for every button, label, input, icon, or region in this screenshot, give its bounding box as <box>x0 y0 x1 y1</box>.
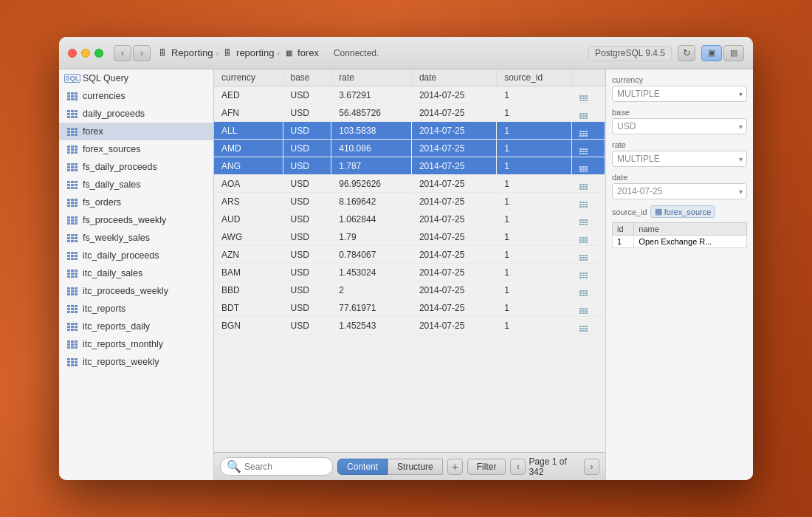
maximize-button[interactable] <box>94 49 103 58</box>
close-button[interactable] <box>68 49 77 58</box>
filter-select-currency[interactable]: MULTIPLE <box>612 86 747 102</box>
sidebar-item-fs-daily-proceeds[interactable]: fs_daily_proceeds <box>59 158 213 176</box>
sidebar-item-itc-daily-proceeds[interactable]: itc_daily_proceeds <box>59 247 213 264</box>
pg-version-badge: PostgreSQL 9.4.5 <box>588 46 672 61</box>
source-id-table-tag[interactable]: ▦forex_source <box>650 205 716 218</box>
table-row[interactable]: BDTUSD77.619712014-07-251 <box>214 299 605 317</box>
sidebar-item-itc-reports-weekly[interactable]: itc_reports_weekly <box>59 353 213 371</box>
mini-cell-id: 1 <box>613 236 634 248</box>
table-row[interactable]: ALLUSD103.58382014-07-251 <box>214 122 605 140</box>
filter-button[interactable]: Filter <box>467 459 506 475</box>
sidebar-item-fs-weekly-sales[interactable]: fs_weekly_sales <box>59 229 213 247</box>
sidebar-item-fs-orders[interactable]: fs_orders <box>59 194 213 211</box>
expand-icon[interactable] <box>579 95 588 101</box>
cell-icon[interactable] <box>572 299 605 317</box>
prev-page-button[interactable]: ‹ <box>510 459 526 475</box>
table-row[interactable]: AZNUSD0.7840672014-07-251 <box>214 246 605 264</box>
sidebar-item-fs-proceeds-weekly[interactable]: fs_proceeds_weekly <box>59 211 213 229</box>
table-row[interactable]: AOAUSD96.9526262014-07-251 <box>214 175 605 193</box>
expand-icon[interactable] <box>579 290 588 296</box>
view-button-1[interactable]: ▣ <box>701 45 722 61</box>
source-id-label: source_id <box>612 208 647 216</box>
expand-icon[interactable] <box>579 273 588 278</box>
add-button[interactable]: + <box>447 459 463 475</box>
sidebar-item-itc-proceeds-weekly[interactable]: itc_proceeds_weekly <box>59 282 213 300</box>
breadcrumb-schema[interactable]: 🗄 reporting <box>221 47 274 59</box>
tab-structure[interactable]: Structure <box>388 459 443 475</box>
minimize-button[interactable] <box>81 49 90 58</box>
next-page-button[interactable]: › <box>584 459 599 475</box>
search-input[interactable] <box>244 462 326 472</box>
sidebar-item-currencies[interactable]: currencies <box>59 87 213 105</box>
cell-icon[interactable] <box>572 122 605 140</box>
cell-icon[interactable] <box>572 86 605 104</box>
view-button-2[interactable]: ▤ <box>723 45 744 61</box>
cell-icon[interactable] <box>572 264 605 281</box>
cell-source_id: 1 <box>497 210 572 228</box>
cell-icon[interactable] <box>572 140 605 157</box>
cell-icon[interactable] <box>572 317 605 335</box>
expand-icon[interactable] <box>579 308 588 314</box>
expand-icon[interactable] <box>579 219 588 225</box>
cell-currency: BBD <box>214 281 283 299</box>
table-row[interactable]: BGNUSD1.4525432014-07-251 <box>214 317 605 335</box>
bottom-toolbar: 🔍 Content Structure + Filter ‹ Page 1 of… <box>214 452 605 480</box>
cell-icon[interactable] <box>572 228 605 246</box>
table-row[interactable]: AUDUSD1.0628442014-07-251 <box>214 210 605 228</box>
schema-icon: 🗄 <box>221 47 233 59</box>
expand-icon[interactable] <box>579 166 588 172</box>
expand-icon[interactable] <box>579 131 588 137</box>
table-row[interactable]: AMDUSD410.0862014-07-251 <box>214 140 605 157</box>
sidebar-item-itc-daily-sales[interactable]: itc_daily_sales <box>59 264 213 282</box>
table-row[interactable]: AEDUSD3.672912014-07-251 <box>214 86 605 104</box>
sidebar-item-itc-reports-monthly[interactable]: itc_reports_monthly <box>59 335 213 353</box>
cell-icon[interactable] <box>572 104 605 122</box>
table-row[interactable]: BAMUSD1.4530242014-07-251 <box>214 264 605 281</box>
back-button[interactable]: ‹ <box>114 45 131 61</box>
filter-select-rate[interactable]: MULTIPLE <box>612 151 747 167</box>
right-panel: currencyMULTIPLEbaseUSDrateMULTIPLEdate2… <box>605 69 753 480</box>
tab-content[interactable]: Content <box>337 459 388 475</box>
filter-select-base[interactable]: USD <box>612 118 747 134</box>
refresh-button[interactable]: ↻ <box>678 45 695 61</box>
search-box[interactable]: 🔍 <box>220 457 333 476</box>
expand-icon[interactable] <box>579 237 588 243</box>
breadcrumb-table[interactable]: ▦ forex <box>283 47 319 59</box>
sidebar-item-label: currencies <box>83 91 125 101</box>
table-row[interactable]: AWGUSD1.792014-07-251 <box>214 228 605 246</box>
expand-icon[interactable] <box>579 184 588 190</box>
expand-icon[interactable] <box>579 326 588 332</box>
cell-icon[interactable] <box>572 157 605 175</box>
cell-icon[interactable] <box>572 246 605 264</box>
cell-currency: AED <box>214 86 283 104</box>
sidebar-item-itc-reports-daily[interactable]: itc_reports_daily <box>59 318 213 335</box>
sidebar-item-fs-daily-sales[interactable]: fs_daily_sales <box>59 176 213 194</box>
sidebar-item-forex[interactable]: forex <box>59 123 213 140</box>
page-navigation: ‹ Page 1 of 342 › <box>510 456 599 477</box>
cell-icon[interactable] <box>572 210 605 228</box>
table-row[interactable]: AFNUSD56.4857262014-07-251 <box>214 104 605 122</box>
sidebar-item-itc-reports[interactable]: itc_reports <box>59 300 213 318</box>
sidebar-item-daily-proceeds[interactable]: daily_proceeds <box>59 105 213 123</box>
forward-button[interactable]: › <box>133 45 151 61</box>
sidebar-item-forex-sources[interactable]: forex_sources <box>59 140 213 158</box>
cell-icon[interactable] <box>572 175 605 193</box>
cell-source_id: 1 <box>497 246 572 264</box>
filter-select-date[interactable]: 2014-07-25 <box>612 183 747 199</box>
cell-icon[interactable] <box>572 193 605 210</box>
data-table-wrapper[interactable]: currency base rate date source_id AEDUSD… <box>214 69 605 452</box>
expand-icon[interactable] <box>579 255 588 261</box>
table-row[interactable]: ARSUSD8.1696422014-07-251 <box>214 193 605 210</box>
table-row[interactable]: ANGUSD1.7872014-07-251 <box>214 157 605 175</box>
cell-icon[interactable] <box>572 281 605 299</box>
cell-currency: AMD <box>214 140 283 157</box>
expand-icon[interactable] <box>579 148 588 154</box>
cell-base: USD <box>283 175 331 193</box>
sidebar-item-sql-query[interactable]: SQLSQL Query <box>59 69 213 87</box>
expand-icon[interactable] <box>579 202 588 208</box>
expand-icon[interactable] <box>579 113 588 119</box>
col-source-id: source_id <box>497 69 572 86</box>
table-row[interactable]: BBDUSD22014-07-251 <box>214 281 605 299</box>
cell-date: 2014-07-25 <box>411 210 496 228</box>
breadcrumb-database[interactable]: 🗄 Reporting <box>156 47 213 59</box>
